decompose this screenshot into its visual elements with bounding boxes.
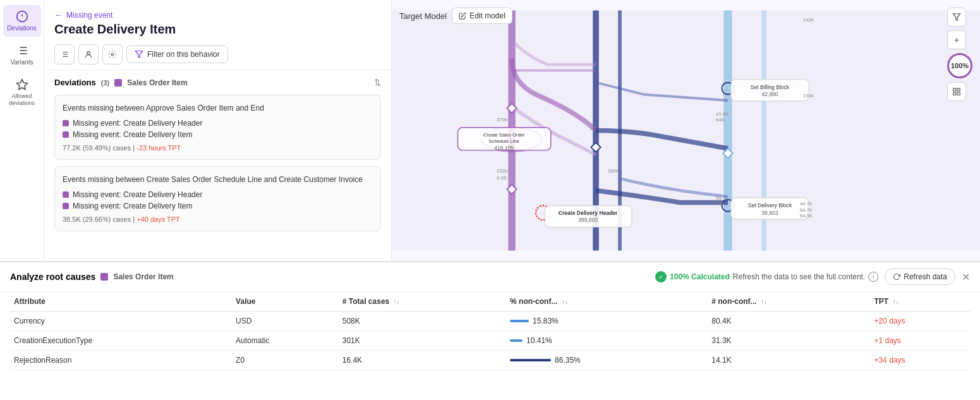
svg-text:64K: 64K: [716, 117, 725, 123]
svg-text:Schedule Line: Schedule Line: [489, 138, 519, 144]
calculated-sub: Refresh the data to see the full content…: [733, 272, 865, 281]
svg-text:54K: 54K: [716, 201, 725, 207]
zoom-badge: 100%: [947, 53, 972, 78]
graph-panel: Target Model Edit model + 100%: [392, 0, 980, 261]
back-row[interactable]: ← Missing event: [54, 10, 381, 20]
cell-attribute: Currency: [10, 312, 232, 331]
list-icon: [60, 50, 69, 59]
deviations-count: (3): [101, 79, 109, 87]
col-pct-nonconf[interactable]: % non-conf... ↑↓: [506, 292, 708, 312]
svg-text:388K: 388K: [608, 168, 619, 174]
filter-button-label: Filter on this behavior: [147, 50, 220, 59]
close-icon: ✕: [962, 272, 970, 282]
card-1-cases: 77.2K (59.49%) cases: [63, 144, 131, 152]
list-view-button[interactable]: [54, 44, 75, 64]
svg-rect-18: [957, 88, 960, 91]
left-panel: ← Missing event Create Delivery Item: [44, 0, 392, 261]
missing-dot: [63, 120, 69, 126]
root-causes-table: Attribute Value # Total cases ↑↓ % non-c…: [10, 292, 970, 370]
edit-model-label: Edit model: [469, 11, 505, 20]
sidebar: Deviations Variants Allowed deviations: [0, 0, 44, 261]
table-row: Currency USD 508K 15.83% 80.4K +20 days: [10, 312, 970, 331]
svg-rect-19: [953, 92, 956, 95]
sort-arrows-icon: ↑↓: [562, 298, 568, 305]
table-row: CreationExecutionType Automatic 301K 10.…: [10, 331, 970, 351]
missing-event-label: Missing event: Create Delivery Item: [73, 130, 192, 139]
zoom-level: 100%: [951, 62, 969, 70]
deviations-title: Deviations (3) Sales Order Item: [54, 78, 188, 87]
svg-text:8.08: 8.08: [497, 175, 506, 181]
bottom-section: Analyze root causes Sales Order Item ✓ 1…: [0, 261, 980, 400]
col-total-cases[interactable]: # Total cases ↑↓: [339, 292, 506, 312]
edit-icon: [459, 12, 466, 20]
sidebar-item-deviations[interactable]: Deviations: [3, 5, 41, 37]
missing-event-label: Missing event: Create Delivery Header: [73, 119, 202, 128]
bottom-right: ✓ 100% Calculated Refresh the data to se…: [655, 269, 970, 285]
refresh-label: Refresh data: [904, 272, 947, 281]
toolbar: Filter on this behavior: [54, 44, 381, 64]
filter-graph-button[interactable]: [947, 8, 966, 27]
deviation-card-1: Events missing between Approve Sales Ord…: [54, 95, 381, 160]
cell-tpt: +34 days: [870, 351, 970, 370]
col-tpt[interactable]: TPT ↑↓: [870, 292, 970, 312]
sidebar-item-label: Deviations: [7, 25, 37, 32]
cell-value: Z0: [232, 351, 339, 370]
cell-num-nonconf: 14.1K: [708, 351, 870, 370]
refresh-icon: [893, 273, 900, 281]
cell-attribute: CreationExecutionType: [10, 331, 232, 351]
calculated-badge: ✓ 100% Calculated Refresh the data to se…: [655, 271, 878, 282]
target-model-label: Target Model: [399, 11, 447, 21]
svg-text:35,923: 35,923: [761, 210, 778, 216]
missing-event-2b: Missing event: Create Delivery Item: [63, 202, 373, 210]
sidebar-item-allowed[interactable]: Allowed deviations: [3, 73, 41, 112]
missing-event-2a: Missing event: Create Delivery Header: [63, 190, 373, 199]
cell-total-cases: 508K: [339, 312, 506, 331]
cell-value: Automatic: [232, 331, 339, 351]
back-label: Missing event: [66, 11, 112, 20]
svg-text:43.9K: 43.9K: [716, 111, 729, 117]
user-view-button[interactable]: [78, 44, 99, 64]
add-graph-button[interactable]: +: [947, 30, 966, 49]
card-2-stats: 38.5K (29.66%) cases | +40 days TPT: [63, 215, 373, 223]
svg-text:42,900: 42,900: [761, 91, 778, 97]
missing-dot: [63, 203, 69, 209]
cell-attribute: RejectionReason: [10, 351, 232, 370]
svg-text:46.7K: 46.7K: [800, 201, 813, 207]
sort-icon[interactable]: ⇅: [374, 78, 381, 87]
card-2-tpt: +40 days TPT: [136, 215, 180, 223]
svg-point-14: [111, 53, 114, 56]
page-title: Create Delivery Item: [54, 22, 381, 37]
analyze-legend: Sales Order Item: [113, 272, 173, 281]
sort-arrows-icon: ↑↓: [892, 298, 898, 305]
svg-text:64.5K: 64.5K: [800, 213, 813, 219]
cell-pct-nonconf: 86.35%: [506, 351, 708, 370]
analyze-legend-dot: [100, 273, 108, 281]
settings-icon: [108, 50, 117, 59]
svg-text:54.7K: 54.7K: [716, 195, 729, 201]
cell-tpt: +1 days: [870, 331, 970, 351]
filter-behavior-button[interactable]: Filter on this behavior: [126, 45, 228, 63]
table-container: Attribute Value # Total cases ↑↓ % non-c…: [0, 292, 980, 400]
legend-dot: [114, 79, 122, 87]
svg-marker-16: [953, 14, 960, 21]
info-icon[interactable]: i: [868, 272, 878, 282]
svg-text:416,105: 416,105: [494, 145, 514, 151]
deviations-content: Deviations (3) Sales Order Item ⇅ Events…: [44, 70, 391, 261]
svg-point-13: [87, 51, 90, 54]
svg-text:134K: 134K: [803, 93, 814, 99]
sidebar-item-variants[interactable]: Variants: [3, 39, 41, 71]
sort-arrows-icon: ↑↓: [394, 298, 400, 305]
cell-num-nonconf: 31.3K: [708, 331, 870, 351]
legend-text: Sales Order Item: [127, 78, 187, 87]
filter-icon: [135, 50, 143, 59]
col-num-nonconf[interactable]: # non-conf... ↑↓: [708, 292, 870, 312]
user-icon: [84, 50, 93, 59]
close-button[interactable]: ✕: [962, 271, 970, 283]
table-row: RejectionReason Z0 16.4K 86.35% 14.1K +3…: [10, 351, 970, 370]
refresh-button[interactable]: Refresh data: [885, 269, 955, 285]
svg-text:Create Delivery Header: Create Delivery Header: [559, 210, 618, 216]
collapse-button[interactable]: [947, 82, 966, 101]
edit-model-button[interactable]: Edit model: [452, 8, 512, 24]
col-value: Value: [232, 292, 339, 312]
settings-button[interactable]: [102, 44, 123, 64]
